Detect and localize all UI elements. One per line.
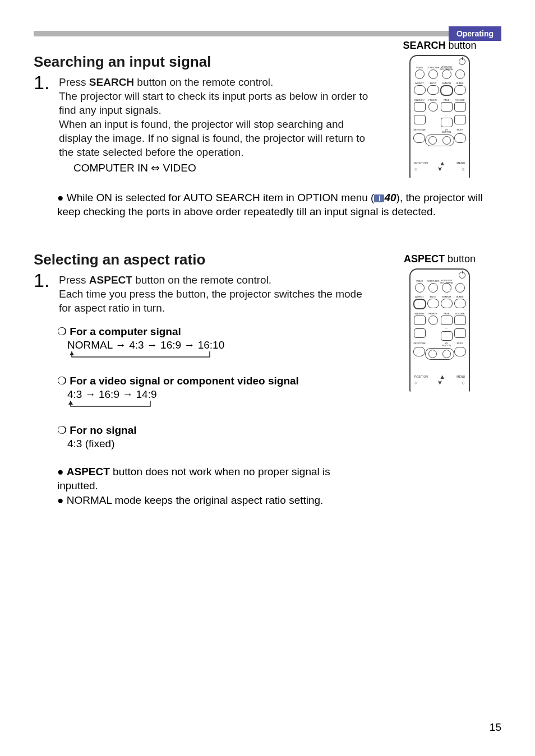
remote-control-diagram-search: VIDEO COMPUTER MY SOURCE/ DOC.CAMERA ASP… xyxy=(409,55,470,178)
loop-arrow-icon xyxy=(68,351,214,361)
section2-step1: Press ASPECT button on the remote contro… xyxy=(59,273,372,315)
remote-control-diagram-aspect: VIDEO COMPUTER MY SOURCE/ DOC.CAMERA ASP… xyxy=(409,268,470,392)
sub-no-signal: ❍ For no signal 4:3 (fixed) xyxy=(34,424,372,450)
sub-computer-signal: ❍ For a computer signal NORMAL → 4:3 → 1… xyxy=(34,325,372,364)
page-number: 15 xyxy=(490,721,501,734)
section1-step1: Press SEARCH button on the remote contro… xyxy=(59,75,372,159)
book-icon xyxy=(374,194,384,202)
loop-arrow-icon xyxy=(67,401,157,411)
aspect-button-icon xyxy=(413,299,426,309)
section1-title: Searching an input signal xyxy=(34,53,372,71)
section1-sequence: COMPUTER IN ⇔ VIDEO xyxy=(73,161,372,174)
step-number-2: 1. xyxy=(34,270,49,291)
search-button-icon xyxy=(440,85,453,96)
section1-bullet: ● While ON is selected for AUTO SEARCH i… xyxy=(34,191,501,219)
section2-title: Selecting an aspect ratio xyxy=(34,251,372,268)
step-number-1: 1. xyxy=(34,72,49,94)
remote1-caption: SEARCH button xyxy=(378,40,501,52)
remote2-caption: ASPECT button xyxy=(378,253,501,265)
sub-video-signal: ❍ For a video signal or component video … xyxy=(34,374,372,414)
section2-bullets: ● ASPECT button does not work when no pr… xyxy=(34,465,372,507)
section-tab: Operating xyxy=(449,26,501,41)
header-rule: Operating xyxy=(34,31,501,36)
